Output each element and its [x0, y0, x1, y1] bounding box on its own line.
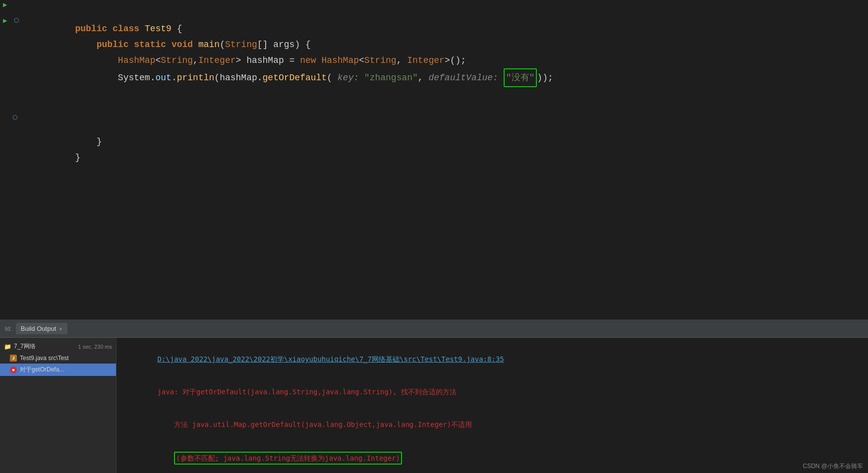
tab-label: Build Output	[21, 325, 57, 332]
code-line-closing2: }	[0, 134, 868, 150]
sidebar-item-test9[interactable]: J Test9.java src\Test	[0, 353, 116, 364]
out-out: out	[155, 73, 171, 83]
panel-tabs: ld: Build Output ×	[0, 320, 868, 338]
sys-system: System	[118, 73, 150, 83]
output-line-4: (参数不匹配; java.lang.String无法转换为java.lang.I…	[124, 441, 861, 473]
output-link-1[interactable]: D:\java 2022\java_2022\2022初学\xiaoyubuhu…	[157, 355, 504, 363]
output-line-2: java: 对于getOrDefault(java.lang.String,ja…	[124, 375, 861, 408]
folder-icon: 📁	[4, 343, 11, 350]
op-dot2: .	[172, 73, 177, 83]
network-item-label: 7_7网络	[14, 342, 36, 351]
param-key: key:	[338, 73, 359, 83]
run-icon-1[interactable]: ▶	[3, 0, 7, 13]
code-content: ▶ public class Test9 { ▶ ⬡ public static…	[0, 0, 868, 319]
op-paren2: (	[214, 73, 220, 83]
sidebar-item-error[interactable]: ● 对于getOrDefa...	[0, 364, 116, 376]
fold-icon-2[interactable]: ⬡	[14, 13, 19, 29]
error-icon: ●	[10, 367, 17, 373]
tab-prefix: ld:	[5, 325, 12, 332]
code-line-1: ▶ public class Test9 {	[0, 5, 868, 21]
code-text-4: System.out.println(hashMap.getOrDefault(…	[27, 53, 868, 103]
bottom-panel: ld: Build Output × 📁 7_7网络 1 sec, 230 ms…	[0, 319, 868, 473]
op-dot3: .	[257, 73, 263, 83]
test9-item-label: Test9.java src\Test	[20, 355, 69, 362]
output-normal-1: 方法 java.util.Map.getOrDefault(java.lang.…	[157, 420, 472, 428]
param-default: defaultValue:	[428, 73, 498, 83]
java-file-icon: J	[10, 355, 17, 362]
str-zhangsan: "zhangsan"	[364, 73, 418, 83]
op-close2: ));	[537, 73, 553, 83]
code-line-4: System.out.println(hashMap.getOrDefault(…	[0, 53, 868, 68]
output-line-1: D:\java 2022\java_2022\2022初学\xiaoyubuhu…	[124, 343, 861, 375]
code-text-closing2: }	[27, 134, 868, 181]
output-line-3: 方法 java.util.Map.getOrDefault(java.lang.…	[124, 408, 861, 441]
highlighted-string: "没有"	[504, 68, 537, 87]
op-dot: .	[150, 73, 156, 83]
error-item-label: 对于getOrDefa...	[20, 366, 64, 374]
code-line-2: ▶ ⬡ public static void main(String[] arg…	[0, 21, 868, 37]
panel-output[interactable]: D:\java 2022\java_2022\2022初学\xiaoyubuhu…	[116, 338, 868, 473]
watermark: CSDN @小鱼不会骑车	[803, 462, 863, 471]
op-paren3: (	[327, 73, 338, 83]
fold-icon-close[interactable]: ⬡	[12, 110, 17, 126]
tab-close-button[interactable]: ×	[59, 326, 62, 332]
method-getordefault: getOrDefault	[263, 73, 327, 83]
output-error-highlight: (参数不匹配; java.lang.String无法转换为java.lang.I…	[174, 452, 402, 465]
brace-close2: }	[75, 153, 80, 162]
output-error-box	[157, 454, 174, 462]
method-println: println	[177, 73, 215, 83]
var-hashmap2: hashMap	[220, 73, 257, 83]
output-error-1: java: 对于getOrDefault(java.lang.String,ja…	[157, 388, 457, 396]
build-output-tab[interactable]: Build Output ×	[16, 323, 67, 334]
sidebar-item-network[interactable]: 📁 7_7网络 1 sec, 230 ms	[0, 340, 116, 353]
code-line-3: HashMap<String,Integer> hashMap = new Ha…	[0, 37, 868, 53]
panel-content: 📁 7_7网络 1 sec, 230 ms J Test9.java src\T…	[0, 338, 868, 473]
op-comma3: ,	[418, 73, 429, 83]
panel-sidebar: 📁 7_7网络 1 sec, 230 ms J Test9.java src\T…	[0, 338, 116, 473]
run-icon-2[interactable]: ▶	[3, 13, 7, 29]
code-line-closing1: ⬡ }	[0, 118, 868, 134]
network-item-time: 1 sec, 230 ms	[78, 344, 112, 350]
code-editor: ▶ public class Test9 { ▶ ⬡ public static…	[0, 0, 868, 319]
